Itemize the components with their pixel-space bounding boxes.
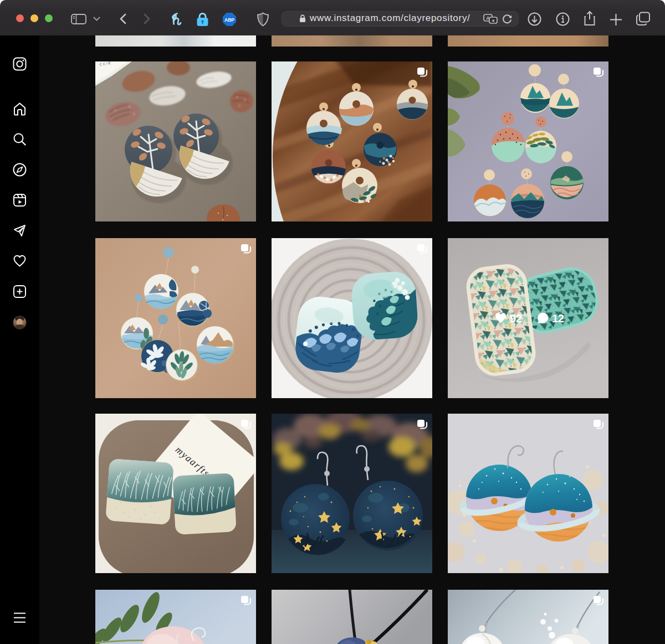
svg-text:ABP: ABP <box>224 17 234 23</box>
svg-text:12: 12 <box>552 312 564 324</box>
svg-text:92: 92 <box>510 312 522 324</box>
svg-text:★: ★ <box>491 18 495 23</box>
